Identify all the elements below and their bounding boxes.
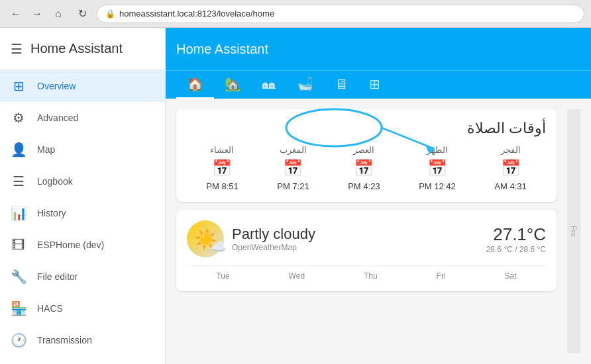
isha-icon: 📅 [212,159,232,177]
content-area: أوقات الصلاة الفجر 📅 4:31 AM الظهر 📅 1 [166,99,591,364]
advanced-icon: ⚙ [11,110,27,126]
logbook-label: Logbook [37,176,73,187]
sidebar-item-transmission[interactable]: 🕐 Transmission [0,324,165,356]
forward-button[interactable]: → [28,5,46,23]
prayer-time-asr: العصر 📅 4:23 PM [348,145,380,191]
home-button[interactable]: ⌂ [49,5,68,23]
reload-button[interactable]: ↻ [73,5,91,23]
prayer-time-fajr: الفجر 📅 4:31 AM [494,145,526,191]
sidebar-item-esphome[interactable]: 🎞 ESPHome (dev) [0,229,165,261]
prayer-time-isha: العشاء 📅 8:51 PM [206,145,238,191]
right-panel-hint: Fro [567,109,580,353]
weather-day-sat: Sat [504,271,516,281]
dhuhr-name: الظهر [427,145,448,155]
sidebar-nav: ⊞ Overview ⚙ Advanced 👤 Map ☰ Logbook 📊 … [0,70,165,364]
sidebar-item-overview[interactable]: ⊞ Overview [0,70,165,102]
file-editor-label: File editor [37,271,78,282]
prayer-time-maghrib: المغرب 📅 7:21 PM [277,145,309,191]
overview-icon: ⊞ [11,78,27,94]
prayer-times-grid: الفجر 📅 4:31 AM الظهر 📅 12:42 PM الع [187,145,546,191]
isha-name: العشاء [210,145,234,155]
tab-bath[interactable]: 🛁 [286,71,324,99]
sidebar-item-hacs[interactable]: 🏪 HACS [0,293,165,324]
isha-time: 8:51 PM [206,181,238,191]
history-icon: 📊 [11,205,27,221]
prayer-times-card: أوقات الصلاة الفجر 📅 4:31 AM الظهر 📅 1 [176,109,557,202]
weather-card: ☀️ ☁️ Partly cloudy OpenWeatherMap 27.1°… [176,210,557,291]
sidebar-item-logbook[interactable]: ☰ Logbook [0,165,165,197]
browser-chrome: ← → ⌂ ↻ 🔒 homeassistant.local:8123/lovel… [0,0,591,28]
url-text: homeassistant.local:8123/lovelace/home [119,9,274,19]
tab-grid[interactable]: ⊞ [358,71,391,99]
address-bar[interactable]: 🔒 homeassistant.local:8123/lovelace/home [97,5,584,23]
fajr-icon: 📅 [501,159,521,177]
prayer-time-dhuhr: الظهر 📅 12:42 PM [419,145,456,191]
app-layout: ☰ Home Assistant ⊞ Overview ⚙ Advanced 👤… [0,28,591,364]
sidebar-header: ☰ Home Assistant [0,28,165,70]
weather-day-wed: Wed [289,271,305,281]
weather-temperature: 27.1°C [486,224,546,245]
back-button[interactable]: ← [7,5,25,23]
dhuhr-icon: 📅 [427,159,447,177]
weather-info: Partly cloudy OpenWeatherMap [232,226,478,252]
overview-label: Overview [37,81,76,91]
main-header-title: Home Assistant [176,42,268,57]
tab-building[interactable]: 🏘 [252,71,286,99]
tab-home[interactable]: 🏠 [176,71,214,99]
maghrib-name: المغرب [280,145,307,155]
weather-icon: ☀️ ☁️ [187,220,224,257]
nav-buttons: ← → ⌂ [7,5,68,23]
hacs-icon: 🏪 [11,300,27,316]
file-editor-icon: 🔧 [11,269,27,285]
weather-range: 28.6 °C / 28.6 °C [486,245,546,254]
main-content: Home Assistant 🏠 🏡 🏘 🛁 🖥 ⊞ [166,28,591,364]
sidebar-app-title: Home Assistant [30,41,123,56]
weather-main: ☀️ ☁️ Partly cloudy OpenWeatherMap 27.1°… [187,220,546,257]
tab-monitor[interactable]: 🖥 [324,71,358,99]
map-icon: 👤 [11,142,27,158]
secure-icon: 🔒 [105,9,115,19]
asr-name: العصر [353,145,374,155]
weather-temp-section: 27.1°C 28.6 °C / 28.6 °C [486,224,546,254]
transmission-icon: 🕐 [11,332,27,348]
menu-icon[interactable]: ☰ [11,41,23,57]
history-label: History [37,208,66,218]
weather-days: Tue Wed Thu Fri Sat [187,265,546,281]
logbook-icon: ☰ [11,173,27,189]
sidebar-item-file-editor[interactable]: 🔧 File editor [0,261,165,293]
dhuhr-time: 12:42 PM [419,181,456,191]
sidebar-item-map[interactable]: 👤 Map [0,134,165,165]
fajr-name: الفجر [501,145,521,155]
right-panel-text: Fro [570,226,578,237]
sidebar-item-history[interactable]: 📊 History [0,197,165,229]
main-header: Home Assistant [166,28,591,70]
prayer-card-title: أوقات الصلاة [187,120,546,137]
weather-day-fri: Fri [437,271,446,281]
advanced-label: Advanced [37,113,78,123]
asr-icon: 📅 [354,159,374,177]
sidebar: ☰ Home Assistant ⊞ Overview ⚙ Advanced 👤… [0,28,166,364]
maghrib-time: 7:21 PM [277,181,309,191]
maghrib-icon: 📅 [283,159,303,177]
cloud-overlay-icon: ☁️ [210,239,227,255]
asr-time: 4:23 PM [348,181,380,191]
tab-house[interactable]: 🏡 [214,71,252,99]
weather-day-thu: Thu [364,271,378,281]
tab-bar: 🏠 🏡 🏘 🛁 🖥 ⊞ [166,70,591,99]
esphome-label: ESPHome (dev) [37,240,104,250]
weather-day-tue: Tue [216,271,229,281]
sidebar-item-advanced[interactable]: ⚙ Advanced [0,102,165,134]
cards-column: أوقات الصلاة الفجر 📅 4:31 AM الظهر 📅 1 [176,109,557,353]
transmission-label: Transmission [37,335,92,345]
esphome-icon: 🎞 [11,238,27,253]
weather-source: OpenWeatherMap [232,243,478,252]
map-label: Map [37,144,55,155]
weather-condition: Partly cloudy [232,226,478,243]
hacs-label: HACS [37,303,63,314]
fajr-time: 4:31 AM [494,181,526,191]
